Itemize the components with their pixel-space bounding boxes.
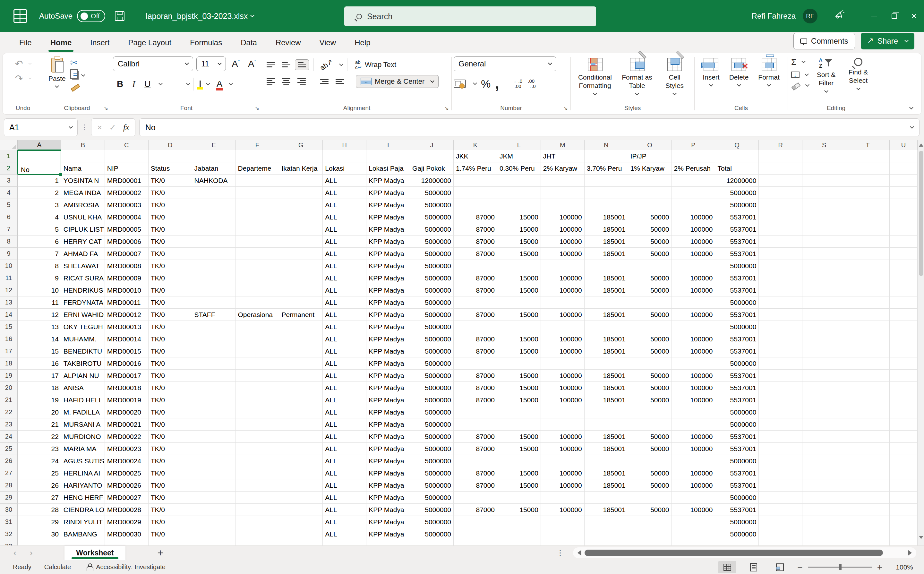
enter-icon[interactable]: ✓ xyxy=(109,123,116,132)
cell-I12[interactable]: KPP Madya xyxy=(366,284,410,296)
cell-U14[interactable] xyxy=(890,309,918,321)
cell-F30[interactable] xyxy=(235,504,279,516)
cell-E11[interactable] xyxy=(192,272,236,284)
row-header-12[interactable]: 12 xyxy=(0,284,17,296)
row-header-13[interactable]: 13 xyxy=(0,296,17,309)
column-header-c[interactable]: C xyxy=(105,140,148,150)
cell-U12[interactable] xyxy=(890,284,918,296)
cell-C21[interactable]: MRD00019 xyxy=(105,394,148,406)
cell-L25[interactable]: 15000 xyxy=(497,443,541,455)
select-all-corner[interactable] xyxy=(0,140,17,150)
cell-L26[interactable] xyxy=(497,455,541,467)
cell-B1[interactable] xyxy=(61,150,105,162)
top-align-button[interactable] xyxy=(264,60,278,70)
cell-I25[interactable]: KPP Madya xyxy=(366,443,410,455)
cell-N19[interactable]: 185001 xyxy=(585,370,628,382)
cell-H33[interactable] xyxy=(323,540,366,546)
cell-K20[interactable]: 87000 xyxy=(454,382,497,394)
cell-T28[interactable] xyxy=(846,479,890,492)
cell-C5[interactable]: MRD00003 xyxy=(105,199,148,211)
cell-T31[interactable] xyxy=(846,516,890,528)
cell-U26[interactable] xyxy=(890,455,918,467)
cell-C9[interactable]: MRD00007 xyxy=(105,248,148,260)
cell-T27[interactable] xyxy=(846,467,890,479)
cell-O26[interactable] xyxy=(628,455,672,467)
cell-O4[interactable] xyxy=(628,187,672,199)
restore-button[interactable] xyxy=(884,0,904,32)
middle-align-button[interactable] xyxy=(279,60,293,70)
cell-N8[interactable]: 185001 xyxy=(585,235,628,248)
decrease-decimal-icon[interactable]: .00→.0 xyxy=(527,79,536,89)
cell-E23[interactable] xyxy=(192,418,236,430)
cell-O25[interactable]: 50000 xyxy=(628,443,672,455)
cell-B32[interactable]: BAMBANG xyxy=(61,528,105,540)
row-header-32[interactable]: 32 xyxy=(0,528,17,540)
cell-M23[interactable] xyxy=(541,418,585,430)
cell-R19[interactable] xyxy=(759,370,803,382)
cell-U32[interactable] xyxy=(890,528,918,540)
cell-O29[interactable] xyxy=(628,492,672,504)
cell-J15[interactable]: 5000000 xyxy=(410,321,454,333)
cell-C7[interactable]: MRD00005 xyxy=(105,223,148,235)
cell-J5[interactable]: 5000000 xyxy=(410,199,454,211)
cell-I31[interactable]: KPP Madya xyxy=(366,516,410,528)
cell-A6[interactable]: 4 xyxy=(17,211,61,223)
cell-L1[interactable]: JKM xyxy=(497,150,541,162)
cell-P12[interactable]: 100000 xyxy=(672,284,716,296)
cell-F7[interactable] xyxy=(235,223,279,235)
cell-U16[interactable] xyxy=(890,333,918,345)
cell-E7[interactable] xyxy=(192,223,236,235)
row-header-22[interactable]: 22 xyxy=(0,406,17,418)
cell-H22[interactable]: ALL xyxy=(323,406,366,418)
cell-M3[interactable] xyxy=(541,175,585,187)
cell-I13[interactable]: KPP Madya xyxy=(366,296,410,309)
cell-M24[interactable]: 100000 xyxy=(541,430,585,443)
cell-F10[interactable] xyxy=(235,260,279,272)
cell-N29[interactable] xyxy=(585,492,628,504)
cell-N11[interactable]: 185001 xyxy=(585,272,628,284)
cell-T10[interactable] xyxy=(846,260,890,272)
cell-T13[interactable] xyxy=(846,296,890,309)
orientation-icon[interactable]: ab↗ xyxy=(317,57,336,73)
cell-T18[interactable] xyxy=(846,358,890,370)
cell-T23[interactable] xyxy=(846,418,890,430)
cell-J28[interactable]: 5000000 xyxy=(410,479,454,492)
cell-C20[interactable]: MRD00018 xyxy=(105,382,148,394)
cell-U13[interactable] xyxy=(890,296,918,309)
cell-N24[interactable]: 185001 xyxy=(585,430,628,443)
cell-E25[interactable] xyxy=(192,443,236,455)
cell-T16[interactable] xyxy=(846,333,890,345)
cell-D12[interactable]: TK/0 xyxy=(148,284,192,296)
cell-S27[interactable] xyxy=(803,467,846,479)
column-header-j[interactable]: J xyxy=(410,140,454,150)
cell-O6[interactable]: 50000 xyxy=(628,211,672,223)
cell-P28[interactable]: 100000 xyxy=(672,479,716,492)
cell-O28[interactable]: 50000 xyxy=(628,479,672,492)
cell-K24[interactable]: 87000 xyxy=(454,430,497,443)
cell-H20[interactable]: ALL xyxy=(323,382,366,394)
cell-G13[interactable] xyxy=(279,296,323,309)
cell-K13[interactable] xyxy=(454,296,497,309)
cell-U9[interactable] xyxy=(890,248,918,260)
font-size-select[interactable]: 11 xyxy=(196,57,226,71)
cell-Q23[interactable]: 5000000 xyxy=(715,418,759,430)
cell-A11[interactable]: 9 xyxy=(17,272,61,284)
cell-L28[interactable]: 15000 xyxy=(497,479,541,492)
cell-H3[interactable]: ALL xyxy=(323,175,366,187)
cell-G1[interactable] xyxy=(279,150,323,162)
ribbon-tab-review[interactable]: Review xyxy=(275,36,301,49)
cell-L4[interactable] xyxy=(497,187,541,199)
cell-P9[interactable]: 100000 xyxy=(672,248,716,260)
cell-H17[interactable]: ALL xyxy=(323,345,366,358)
cell-N3[interactable] xyxy=(585,175,628,187)
cell-J6[interactable]: 5000000 xyxy=(410,211,454,223)
cell-D17[interactable]: TK/0 xyxy=(148,345,192,358)
cell-A31[interactable]: 29 xyxy=(17,516,61,528)
cell-M8[interactable]: 100000 xyxy=(541,235,585,248)
cell-H31[interactable]: ALL xyxy=(323,516,366,528)
cell-O13[interactable] xyxy=(628,296,672,309)
cancel-icon[interactable]: × xyxy=(97,123,102,132)
cell-N33[interactable] xyxy=(585,540,628,546)
cell-B13[interactable]: FERDYNATA xyxy=(61,296,105,309)
sheet-tab-worksheet[interactable]: Worksheet xyxy=(65,546,125,560)
